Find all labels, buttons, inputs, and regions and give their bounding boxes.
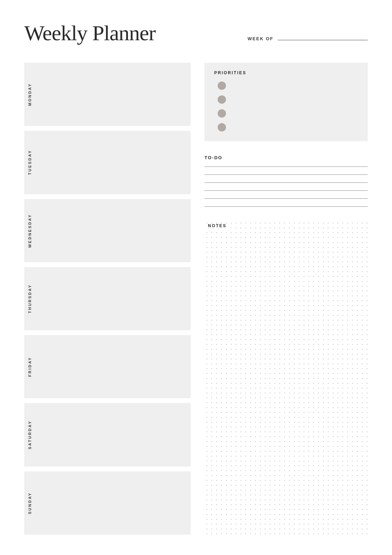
priorities-section: PRIORITIES (204, 63, 368, 141)
priority-dot-4 (218, 123, 226, 131)
priority-dot-2 (218, 95, 226, 104)
monday-content[interactable] (35, 63, 191, 126)
todo-lines (204, 166, 368, 207)
right-column: PRIORITIES T (204, 63, 368, 535)
todo-line-2 (204, 174, 368, 175)
todo-section: TO-DO (204, 155, 368, 207)
priority-item-2 (218, 95, 358, 104)
priority-item-1 (218, 82, 358, 90)
todo-line-5 (204, 198, 368, 199)
friday-content[interactable] (35, 335, 191, 398)
week-of-line (278, 40, 368, 40)
monday-label: MONDAY (24, 63, 35, 126)
priority-item-3 (218, 109, 358, 118)
priority-item-4 (218, 123, 358, 131)
tuesday-content[interactable] (35, 131, 191, 194)
sunday-content[interactable] (35, 471, 191, 535)
friday-label: FRIDAY (24, 335, 35, 398)
day-friday: FRIDAY (24, 335, 191, 398)
day-tuesday: TUESDAY (24, 131, 191, 194)
todo-line-1 (204, 166, 368, 167)
wednesday-label: WEDNESDAY (24, 199, 35, 262)
header: Weekly Planner WEEK OF (24, 21, 368, 45)
thursday-content[interactable] (35, 267, 191, 330)
day-saturday: SATURDAY (24, 403, 191, 466)
saturday-content[interactable] (35, 403, 191, 466)
wednesday-content[interactable] (35, 199, 191, 262)
notes-title: NOTES (207, 223, 228, 228)
todo-line-4 (204, 190, 368, 191)
priorities-title: PRIORITIES (214, 70, 358, 75)
saturday-label: SATURDAY (24, 403, 35, 466)
day-wednesday: WEDNESDAY (24, 199, 191, 262)
week-of-label: WEEK OF (247, 36, 273, 41)
notes-dotted-area[interactable]: NOTES (204, 221, 368, 535)
day-monday: MONDAY (24, 63, 191, 126)
day-thursday: THURSDAY (24, 267, 191, 330)
sunday-label: SUNDAY (24, 471, 35, 535)
todo-line-3 (204, 182, 368, 183)
page: Weekly Planner WEEK OF MONDAY TUESDAY WE… (0, 0, 392, 555)
todo-line-6 (204, 206, 368, 207)
page-title: Weekly Planner (24, 21, 156, 45)
todo-title: TO-DO (204, 155, 368, 160)
priority-items (214, 82, 358, 131)
priority-dot-1 (218, 82, 226, 90)
notes-dot-grid (204, 221, 368, 535)
notes-section: NOTES (204, 221, 368, 535)
thursday-label: THURSDAY (24, 267, 35, 330)
priority-dot-3 (218, 109, 226, 118)
week-of-container: WEEK OF (247, 36, 368, 41)
tuesday-label: TUESDAY (24, 131, 35, 194)
main-layout: MONDAY TUESDAY WEDNESDAY THURSDAY FRIDAY (24, 63, 368, 535)
left-column: MONDAY TUESDAY WEDNESDAY THURSDAY FRIDAY (24, 63, 191, 535)
day-sunday: SUNDAY (24, 471, 191, 535)
